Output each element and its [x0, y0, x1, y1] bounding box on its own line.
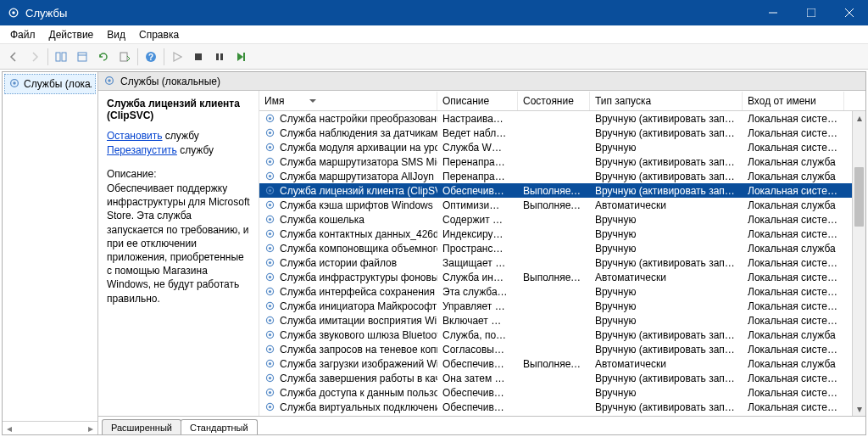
- table-row[interactable]: Служба маршрутизатора SMS Micros…Перенап…: [259, 154, 865, 169]
- cell-logon: Локальная система: [743, 185, 844, 197]
- cell-logon: Локальная система: [743, 228, 844, 240]
- table-row[interactable]: Служба маршрутизатора AllJoynПеренапра…В…: [259, 169, 865, 183]
- col-header-desc[interactable]: Описание: [437, 92, 518, 110]
- help-button[interactable]: ?: [141, 47, 161, 67]
- col-header-state[interactable]: Состояние: [518, 92, 590, 110]
- cell-desc: Защищает …: [437, 257, 518, 269]
- content-header: Службы (локальные): [98, 72, 865, 91]
- restart-service-button[interactable]: [231, 47, 251, 67]
- cell-logon: Локальная система: [743, 142, 844, 154]
- cell-logon: Локальная система: [743, 214, 844, 226]
- gear-icon: [264, 401, 276, 413]
- cell-start: Вручную: [590, 286, 743, 298]
- tree-node-label: Службы (локалы: [24, 78, 92, 90]
- svg-rect-3: [807, 8, 815, 17]
- table-row[interactable]: Служба кэша шрифтов WindowsОптимизи…Выпо…: [259, 198, 865, 212]
- col-header-name[interactable]: Имя: [259, 92, 437, 110]
- cell-name: Служба инфраструктуры фоновых з…: [259, 272, 437, 283]
- gear-icon: [264, 113, 276, 125]
- cell-logon: Локальная система: [743, 344, 844, 356]
- svg-point-42: [269, 261, 271, 263]
- minimize-button[interactable]: [754, 0, 792, 25]
- main-area: Службы (локалы ◂▸ Службы (локальные) Слу…: [2, 71, 866, 435]
- properties-button[interactable]: [72, 47, 92, 67]
- table-row[interactable]: Служба виртуальных подключений …Обеспечи…: [259, 400, 865, 414]
- cell-desc: Она затем …: [437, 373, 518, 384]
- tab-standard[interactable]: Стандартный: [181, 419, 258, 435]
- table-row[interactable]: Служба истории файловЗащищает …Вручную (…: [259, 255, 865, 270]
- table-row[interactable]: Служба контактных данных_426dc92bИндекси…: [259, 227, 865, 241]
- cell-logon: Локальная система: [743, 401, 844, 413]
- table-row[interactable]: Служба кошелькаСодержит …ВручнуюЛокальна…: [259, 212, 865, 227]
- table-row[interactable]: Служба модуля архивации на уровне…Служба…: [259, 140, 865, 154]
- svg-point-26: [269, 145, 271, 148]
- forward-button[interactable]: [25, 47, 45, 67]
- table-row[interactable]: Служба интерфейса сохранения сетиЭта слу…: [259, 284, 865, 299]
- cell-desc: Служба ин…: [437, 272, 518, 283]
- back-button[interactable]: [3, 47, 24, 67]
- svg-point-20: [108, 79, 111, 82]
- cell-name: Служба маршрутизатора AllJoyn: [259, 171, 437, 182]
- menu-view[interactable]: Вид: [100, 27, 132, 42]
- svg-point-34: [269, 203, 271, 205]
- gear-icon: [8, 77, 20, 91]
- gear-icon: [264, 358, 276, 370]
- table-row[interactable]: Служба завершения работы в качест…Она за…: [259, 371, 865, 385]
- svg-point-38: [269, 232, 271, 234]
- cell-name: Служба кошелька: [259, 214, 437, 226]
- svg-point-22: [269, 116, 271, 119]
- cell-name: Служба загрузки изображений Wind…: [259, 358, 437, 370]
- cell-name: Служба завершения работы в качест…: [259, 373, 437, 384]
- cell-start: Вручную (активировать запуск): [590, 113, 743, 125]
- tree-hscroll[interactable]: ◂▸: [3, 421, 97, 434]
- cell-state: Выполняется: [518, 199, 590, 211]
- menu-file[interactable]: Файл: [3, 27, 42, 42]
- svg-point-30: [269, 174, 271, 176]
- cell-name: Служба запросов на теневое копиро…: [259, 344, 437, 356]
- svg-rect-8: [78, 53, 86, 61]
- cell-desc: Служба, по…: [437, 329, 518, 341]
- table-row[interactable]: Служба лицензий клиента (ClipSVC)Обеспеч…: [259, 183, 865, 198]
- col-header-start[interactable]: Тип запуска: [590, 92, 743, 110]
- table-row[interactable]: Служба компоновщика объемного з…Простран…: [259, 241, 865, 255]
- content-pane: Службы (локальные) Служба лицензий клиен…: [98, 72, 865, 434]
- table-row[interactable]: Служба инфраструктуры фоновых з…Служба и…: [259, 270, 865, 284]
- tree-node-services[interactable]: Службы (локалы: [4, 74, 96, 94]
- description-pane: Служба лицензий клиента (ClipSVC) Остано…: [98, 91, 259, 416]
- svg-rect-10: [120, 53, 127, 61]
- show-hide-tree-button[interactable]: [51, 47, 71, 67]
- list-vscroll[interactable]: ▴ ▾: [852, 111, 865, 416]
- table-row[interactable]: Служба инициатора Майкрософт iS…Управляе…: [259, 299, 865, 313]
- cell-desc: Индексиру…: [437, 228, 518, 240]
- start-service-button[interactable]: [167, 47, 187, 67]
- table-row[interactable]: Служба настройки преобразования I…Настра…: [259, 111, 865, 126]
- table-row[interactable]: Служба наблюдения за датчикамиВедет набл…: [259, 126, 865, 140]
- svg-rect-14: [216, 53, 219, 60]
- svg-text:?: ?: [148, 53, 153, 62]
- refresh-button[interactable]: [93, 47, 114, 67]
- gear-icon: [264, 156, 276, 168]
- table-row[interactable]: Служба доступа к данным пользоват…Обеспе…: [259, 385, 865, 400]
- tab-extended[interactable]: Расширенный: [102, 419, 181, 435]
- cell-name: Служба контактных данных_426dc92b: [259, 228, 437, 240]
- export-list-button[interactable]: [114, 47, 135, 67]
- cell-state: Выполняется: [518, 185, 590, 197]
- menu-action[interactable]: Действие: [42, 27, 101, 42]
- svg-point-40: [269, 246, 271, 249]
- pause-service-button[interactable]: [209, 47, 230, 67]
- stop-service-button[interactable]: [188, 47, 209, 67]
- menu-help[interactable]: Справка: [132, 27, 186, 42]
- restart-link[interactable]: Перезапустить: [107, 144, 177, 156]
- cell-logon: Локальная система: [743, 272, 844, 283]
- col-header-logon[interactable]: Вход от имени: [743, 92, 844, 110]
- description-label: Описание:: [107, 168, 250, 180]
- table-row[interactable]: Служба звукового шлюза BluetoothСлужба, …: [259, 328, 865, 342]
- cell-desc: Настраива…: [437, 113, 518, 125]
- cell-start: Вручную: [590, 228, 743, 240]
- table-row[interactable]: Служба имитации восприятия Wind…Включает…: [259, 313, 865, 328]
- maximize-button[interactable]: [792, 0, 830, 25]
- table-row[interactable]: Служба запросов на теневое копиро…Соглас…: [259, 342, 865, 356]
- close-button[interactable]: [830, 0, 868, 25]
- table-row[interactable]: Служба загрузки изображений Wind…Обеспеч…: [259, 356, 865, 371]
- stop-link[interactable]: Остановить: [107, 130, 163, 142]
